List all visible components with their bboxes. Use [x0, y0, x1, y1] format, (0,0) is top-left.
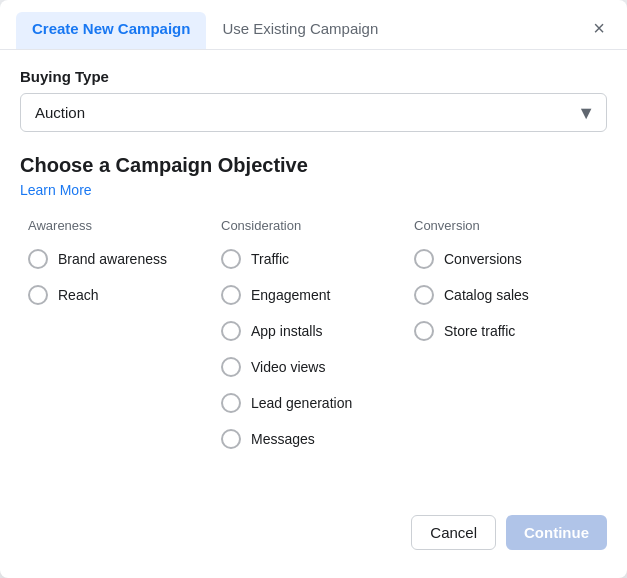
tab-bar: Create New Campaign Use Existing Campaig… [0, 0, 627, 50]
learn-more-link[interactable]: Learn More [20, 182, 92, 198]
continue-button[interactable]: Continue [506, 515, 607, 550]
radio-engagement[interactable] [221, 285, 241, 305]
modal-footer: Cancel Continue [0, 499, 627, 558]
buying-type-select[interactable]: Auction [20, 93, 607, 132]
option-brand-awareness[interactable]: Brand awareness [24, 243, 217, 275]
radio-reach[interactable] [28, 285, 48, 305]
option-conversions[interactable]: Conversions [410, 243, 603, 275]
label-catalog-sales: Catalog sales [444, 287, 529, 303]
label-conversions: Conversions [444, 251, 522, 267]
option-reach[interactable]: Reach [24, 279, 217, 311]
label-lead-generation: Lead generation [251, 395, 352, 411]
radio-messages[interactable] [221, 429, 241, 449]
option-catalog-sales[interactable]: Catalog sales [410, 279, 603, 311]
consideration-header: Consideration [217, 218, 410, 233]
radio-store-traffic[interactable] [414, 321, 434, 341]
tab-create-new-campaign[interactable]: Create New Campaign [16, 12, 206, 49]
conversion-column: Conversion Conversions Catalog sales Sto… [410, 218, 603, 459]
label-video-views: Video views [251, 359, 325, 375]
label-engagement: Engagement [251, 287, 330, 303]
option-engagement[interactable]: Engagement [217, 279, 410, 311]
awareness-header: Awareness [24, 218, 217, 233]
radio-conversions[interactable] [414, 249, 434, 269]
label-messages: Messages [251, 431, 315, 447]
option-video-views[interactable]: Video views [217, 351, 410, 383]
radio-brand-awareness[interactable] [28, 249, 48, 269]
option-app-installs[interactable]: App installs [217, 315, 410, 347]
cancel-button[interactable]: Cancel [411, 515, 496, 550]
radio-app-installs[interactable] [221, 321, 241, 341]
option-messages[interactable]: Messages [217, 423, 410, 455]
label-reach: Reach [58, 287, 98, 303]
tab-use-existing-campaign[interactable]: Use Existing Campaign [206, 12, 394, 49]
label-app-installs: App installs [251, 323, 323, 339]
objectives-grid: Awareness Brand awareness Reach Consider… [20, 218, 607, 459]
consideration-column: Consideration Traffic Engagement App ins… [217, 218, 410, 459]
radio-video-views[interactable] [221, 357, 241, 377]
option-traffic[interactable]: Traffic [217, 243, 410, 275]
label-store-traffic: Store traffic [444, 323, 515, 339]
label-brand-awareness: Brand awareness [58, 251, 167, 267]
close-button[interactable]: × [585, 14, 613, 42]
modal-content: Buying Type Auction ▼ Choose a Campaign … [0, 50, 627, 469]
option-lead-generation[interactable]: Lead generation [217, 387, 410, 419]
buying-type-select-wrap: Auction ▼ [20, 93, 607, 132]
radio-traffic[interactable] [221, 249, 241, 269]
create-campaign-modal: Create New Campaign Use Existing Campaig… [0, 0, 627, 578]
radio-lead-generation[interactable] [221, 393, 241, 413]
radio-catalog-sales[interactable] [414, 285, 434, 305]
buying-type-label: Buying Type [20, 68, 607, 85]
label-traffic: Traffic [251, 251, 289, 267]
section-title: Choose a Campaign Objective [20, 154, 607, 177]
option-store-traffic[interactable]: Store traffic [410, 315, 603, 347]
awareness-column: Awareness Brand awareness Reach [24, 218, 217, 459]
conversion-header: Conversion [410, 218, 603, 233]
